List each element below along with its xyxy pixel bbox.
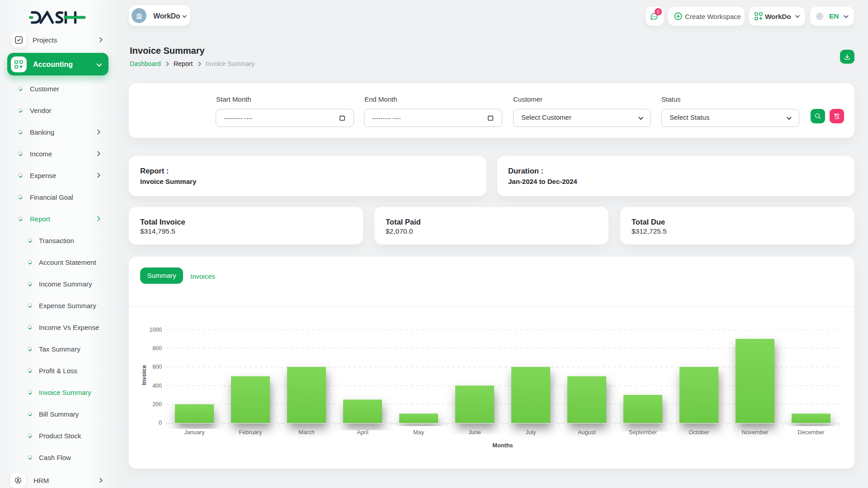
svg-text:February: February <box>239 429 262 436</box>
svg-text:June: June <box>468 429 481 436</box>
svg-text:September: September <box>629 429 657 436</box>
svg-text:July: July <box>526 429 536 436</box>
svg-text:Months: Months <box>492 442 513 449</box>
svg-text:400: 400 <box>152 383 162 389</box>
svg-text:1000: 1000 <box>149 327 162 333</box>
svg-text:November: November <box>741 429 769 436</box>
svg-text:August: August <box>578 429 596 436</box>
svg-text:October: October <box>689 429 709 436</box>
svg-text:April: April <box>357 429 368 436</box>
svg-text:May: May <box>413 429 425 436</box>
svg-text:800: 800 <box>152 345 162 352</box>
svg-text:Invoice: Invoice <box>141 365 147 385</box>
svg-text:600: 600 <box>152 364 162 370</box>
svg-text:0: 0 <box>159 420 162 426</box>
svg-text:March: March <box>298 429 315 436</box>
svg-text:January: January <box>184 429 205 436</box>
svg-text:December: December <box>797 429 825 436</box>
svg-text:200: 200 <box>152 401 162 408</box>
